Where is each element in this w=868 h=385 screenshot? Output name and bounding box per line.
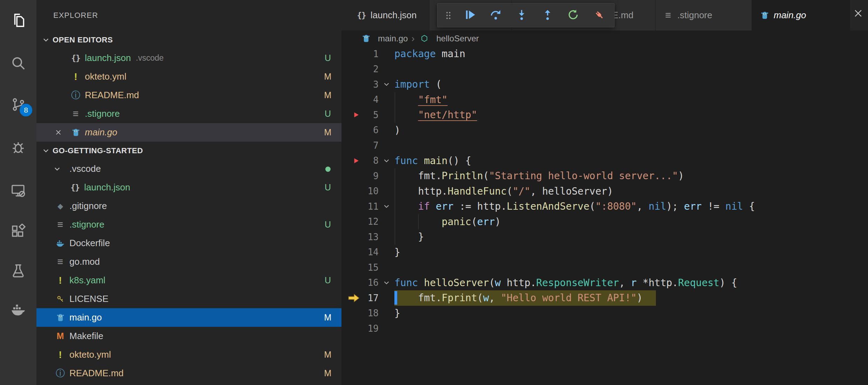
close-icon[interactable] [853, 8, 863, 19]
breakpoint-margin[interactable] [341, 214, 361, 230]
debug-step-over-button[interactable] [485, 5, 507, 26]
open-editor-launch-json[interactable]: {}launch.json.vscodeU [36, 49, 341, 67]
tree-item-stignore[interactable]: ≡.stignoreU [36, 215, 341, 234]
code-text[interactable]: ) [394, 124, 400, 136]
markdown-info-icon: ⓘ [69, 89, 82, 102]
tree-item-main-go[interactable]: main.goM [36, 308, 341, 327]
code-text[interactable]: } [394, 246, 400, 258]
breakpoint-margin[interactable] [341, 229, 361, 245]
breakpoint-margin[interactable] [341, 168, 361, 184]
fold-chevron-icon[interactable] [379, 81, 394, 88]
code-editor: 1package main23import (4 "fmt"5 "net/htt… [341, 46, 868, 385]
open-editors-header[interactable]: OPEN EDITORS [36, 31, 341, 49]
code-text[interactable]: func main() { [394, 155, 471, 167]
breakpoint-margin[interactable] [341, 321, 361, 336]
code-text[interactable]: fmt.Fprint(w, "Hello world REST API!") [394, 292, 643, 304]
tree-item-makefile[interactable]: MMakefile [36, 327, 341, 345]
debug-disconnect-button[interactable] [588, 5, 610, 26]
activity-bar-search[interactable] [10, 56, 26, 72]
open-editor-stignore[interactable]: ≡.stignoreU [36, 104, 341, 123]
code-text[interactable]: "net/http" [394, 109, 477, 121]
tree-item-gitignore[interactable]: ◆.gitignore [36, 197, 341, 215]
tab-main-go[interactable]: main.go [752, 0, 850, 31]
debug-continue-button[interactable] [459, 5, 481, 26]
fold-chevron-icon[interactable] [379, 203, 394, 210]
breadcrumb-item-helloserver[interactable]: helloServer [418, 32, 479, 45]
json-file-icon: {} [69, 52, 82, 65]
code-text[interactable]: "fmt" [394, 94, 448, 106]
debug-current-line-arrow-icon[interactable] [341, 290, 361, 306]
docker-whale-icon [54, 237, 67, 250]
git-status-badge: U [320, 53, 336, 63]
code-text[interactable]: } [394, 231, 424, 243]
breakpoint-margin[interactable] [341, 275, 361, 291]
breakpoint-margin[interactable] [341, 92, 361, 108]
tab-stignore[interactable]: ≡.stignore [656, 0, 752, 31]
tree-item-license[interactable]: LICENSE [36, 290, 341, 308]
yaml-warning-icon: ! [54, 274, 67, 287]
debug-restart-button[interactable] [562, 5, 584, 26]
breadcrumb-item-main-go[interactable]: main.go [360, 32, 408, 45]
code-text[interactable]: http.HandleFunc("/", helloServer) [394, 185, 613, 197]
tree-item-k8s-yaml[interactable]: !k8s.yamlU [36, 271, 341, 290]
tab-launch-json[interactable]: {}launch.json [349, 0, 429, 31]
code-text[interactable]: func helloServer(w http.ResponseWriter, … [394, 277, 737, 289]
editor-group: {}launch.json!okteto.ymlⓘREADME.md≡.stig… [341, 0, 868, 385]
code-text[interactable]: } [394, 308, 400, 319]
code-text[interactable]: package main [394, 48, 465, 60]
fold-chevron-icon[interactable] [379, 279, 394, 286]
project-root-header[interactable]: GO-GETTING-STARTED [36, 142, 341, 160]
breakpoint-margin[interactable] [341, 199, 361, 214]
line-number: 13 [361, 232, 379, 242]
breakpoint-icon[interactable] [341, 153, 361, 169]
search-icon [10, 55, 26, 73]
open-editor-okteto-yml[interactable]: !okteto.ymlM [36, 67, 341, 86]
debug-step-out-button[interactable] [537, 5, 558, 26]
breakpoint-margin[interactable] [341, 77, 361, 92]
file-name: .gitignore [69, 201, 107, 211]
drag-handle-icon[interactable] [442, 9, 455, 21]
fold-chevron-icon[interactable] [379, 157, 394, 164]
tree-item-dockerfile[interactable]: Dockerfile [36, 234, 341, 252]
breakpoint-margin[interactable] [341, 138, 361, 153]
list-file-icon: ≡ [662, 9, 674, 22]
extensions-icon [10, 224, 26, 241]
line-number: 5 [361, 110, 379, 120]
breakpoint-margin[interactable] [341, 260, 361, 275]
open-editor-readme-md[interactable]: ⓘREADME.mdM [36, 86, 341, 104]
step-out-icon [541, 8, 554, 22]
breakpoint-margin[interactable] [341, 46, 361, 62]
go-gopher-icon [758, 9, 771, 22]
tree-item-launch-json[interactable]: {}launch.jsonU [36, 178, 341, 197]
breakpoint-icon[interactable] [341, 107, 361, 123]
code-text[interactable]: panic(err) [394, 216, 501, 228]
breakpoint-margin[interactable] [341, 62, 361, 77]
breakpoint-margin[interactable] [341, 123, 361, 138]
breakpoint-margin[interactable] [341, 245, 361, 260]
line-number: 14 [361, 247, 379, 257]
code-text[interactable]: if err := http.ListenAndServe(":8080", n… [394, 201, 755, 212]
breadcrumb-label: main.go [378, 34, 408, 43]
line-number: 9 [361, 171, 379, 181]
activity-bar-docker[interactable] [10, 302, 26, 318]
folder-vscode[interactable]: .vscode [36, 160, 341, 178]
tree-item-go-mod[interactable]: ≡go.mod [36, 252, 341, 271]
debug-icon [10, 139, 26, 157]
debug-step-into-button[interactable] [511, 5, 533, 26]
code-text[interactable]: import ( [394, 79, 442, 90]
tree-item-okteto-yml[interactable]: !okteto.ymlM [36, 345, 341, 364]
activity-bar-debug[interactable] [10, 140, 26, 156]
code-text[interactable]: fmt.Println("Starting hello-world server… [394, 170, 684, 182]
open-editor-main-go[interactable]: main.goM [36, 123, 341, 142]
line-number: 2 [361, 64, 379, 74]
activity-bar-explorer[interactable] [10, 13, 26, 29]
activity-bar-extensions[interactable] [10, 224, 26, 241]
close-editor-icon[interactable] [55, 129, 69, 136]
activity-bar-remote[interactable] [10, 183, 26, 199]
go-gopher-icon [360, 32, 372, 45]
breakpoint-margin[interactable] [341, 306, 361, 321]
tree-item-readme-md[interactable]: ⓘREADME.mdM [36, 364, 341, 383]
activity-bar-test[interactable] [10, 263, 26, 279]
file-name: Dockerfile [69, 238, 110, 249]
breakpoint-margin[interactable] [341, 184, 361, 199]
